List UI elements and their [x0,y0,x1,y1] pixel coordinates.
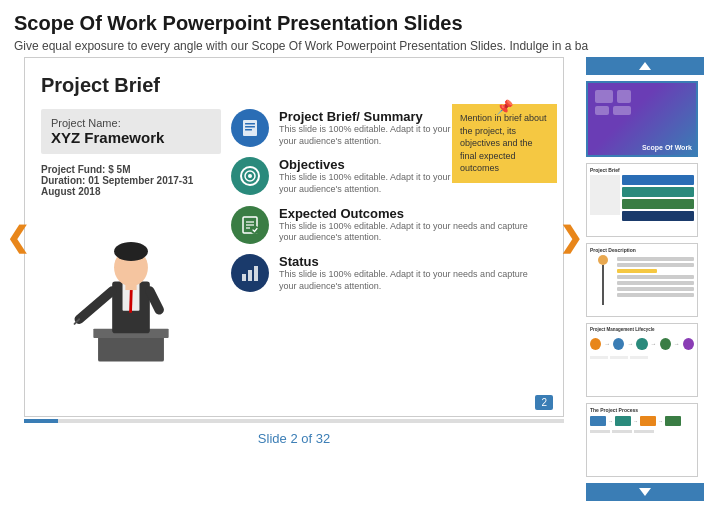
svg-point-11 [114,242,148,261]
page-header: Scope Of Work Powerpoint Presentation Sl… [0,0,714,57]
scroll-down-button[interactable] [586,483,704,501]
thumb1-background: Scope Of Work [588,83,696,155]
svg-rect-26 [248,270,252,281]
thumb4-circles: → → → → [590,338,694,350]
project-name-box: Project Name: XYZ Framework [41,109,221,154]
thumb5-arrow-3: → [658,418,663,424]
thumb3-line-4 [617,275,694,279]
slide-container: ❮ Project Brief Project Name: XYZ Framew… [10,57,578,501]
thumb3-line-5 [617,281,694,285]
thumb-img-3: Project Description [587,244,697,316]
svg-rect-32 [613,106,631,115]
person-figure [41,211,221,371]
item-icon-brief [231,109,269,147]
sticky-note: Mention in brief about the project, its … [452,104,557,183]
svg-marker-28 [639,62,651,70]
thumb3-title: Project Description [590,247,694,253]
project-fund: Project Fund: $ 5M [41,164,221,175]
thumb5-box-2 [615,416,631,426]
svg-rect-29 [595,90,613,103]
thumb3-body [602,265,604,305]
project-name-label: Project Name: [51,117,211,129]
thumb-img-2: Project Brief [587,164,697,236]
thumbnail-3[interactable]: Project Description [586,243,698,317]
thumb2-content [590,175,694,221]
thumb4-arrow-4: → [674,341,680,347]
next-slide-button[interactable]: ❯ [559,221,582,254]
thumb5-arrow-2: → [633,418,638,424]
page-description: Give equal exposure to every angle with … [14,39,700,53]
thumb5-bar-3 [634,430,654,433]
thumb1-label: Scope Of Work [642,144,692,151]
item-text-status: Status This slide is 100% editable. Adap… [279,254,547,292]
thumb3-background: Project Description [587,244,697,316]
item-icon-outcomes [231,206,269,244]
thumb2-items [622,175,694,221]
thumb-img-1: Scope Of Work [588,83,696,155]
thumb3-line-6 [617,287,694,291]
thumb2-person [590,175,620,215]
thumb5-box-3 [640,416,656,426]
thumb3-line-2 [617,263,694,267]
thumbnail-1[interactable]: Scope Of Work [586,81,698,157]
thumb2-background: Project Brief [587,164,697,236]
thumb5-box-1 [590,416,606,426]
thumbnail-2[interactable]: Project Brief [586,163,698,237]
thumb4-arrow-3: → [651,341,657,347]
thumb2-item-3 [622,199,694,209]
svg-rect-14 [245,123,255,125]
item-desc-outcomes: This slide is 100% editable. Adapt it to… [279,221,547,244]
prev-slide-button[interactable]: ❮ [6,221,29,254]
main-layout: ❮ Project Brief Project Name: XYZ Framew… [0,57,714,501]
thumb4-circle-3 [636,338,647,350]
thumb5-bar-2 [612,430,632,433]
svg-rect-30 [617,90,631,103]
item-icon-status [231,254,269,292]
slide-items-list: Mention in brief about the project, its … [231,109,547,371]
thumb-img-4: Project Management Lifecycle → → → → [587,324,697,396]
thumb4-arrow-2: → [627,341,633,347]
page-title: Scope Of Work Powerpoint Presentation Sl… [14,10,700,36]
thumb4-label-bar-1 [590,356,608,359]
svg-rect-25 [242,274,246,281]
thumb3-lines [617,255,694,305]
scroll-up-button[interactable] [586,57,704,75]
thumb4-label-bar-3 [630,356,648,359]
thumb2-item-4 [622,211,694,221]
thumb5-bar-1 [590,430,610,433]
svg-rect-15 [245,126,255,128]
thumb4-background: Project Management Lifecycle → → → → [587,324,697,396]
svg-point-19 [248,174,252,178]
thumb5-title: The Project Process [590,407,694,413]
svg-rect-16 [245,129,252,131]
progress-bar-container [24,419,564,423]
thumbnail-4[interactable]: Project Management Lifecycle → → → → [586,323,698,397]
thumb-img-5: The Project Process → → → [587,404,697,476]
item-desc-status: This slide is 100% editable. Adapt it to… [279,269,547,292]
thumb5-arrow-1: → [608,418,613,424]
thumb5-bottom-bars [590,430,694,433]
item-heading-outcomes: Expected Outcomes [279,206,547,221]
thumbnail-sidebar: Scope Of Work Project Brief [586,57,704,501]
slide-left: Project Name: XYZ Framework Project Fund… [41,109,221,371]
thumb3-content [590,255,694,305]
slide-item-outcomes: Expected Outcomes This slide is 100% edi… [231,206,547,244]
thumb5-box-4 [665,416,681,426]
svg-rect-31 [595,106,609,115]
slide-content: Project Name: XYZ Framework Project Fund… [41,109,547,371]
thumb4-title: Project Management Lifecycle [590,327,694,332]
thumb2-item-1 [622,175,694,185]
svg-line-7 [79,291,112,319]
thumb5-background: The Project Process → → → [587,404,697,476]
thumb3-person-area [590,255,615,305]
svg-line-8 [150,291,159,310]
thumb1-decoration [593,88,653,118]
slide-wrapper: Project Brief Project Name: XYZ Framewor… [24,57,564,417]
slide-main-title: Project Brief [41,74,547,97]
slide-number-badge: 2 [535,395,553,410]
project-name-value: XYZ Framework [51,129,211,146]
thumb3-head [598,255,608,265]
thumb3-line-1 [617,257,694,261]
thumbnail-5[interactable]: The Project Process → → → [586,403,698,477]
thumb3-line-3 [617,269,657,273]
